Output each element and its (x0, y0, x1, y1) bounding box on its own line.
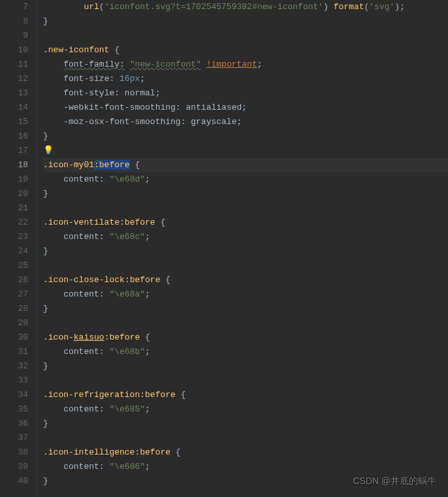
code-token: :before (125, 275, 161, 285)
code-token: normal (125, 88, 155, 98)
line-number: 8 (0, 14, 28, 29)
code-line[interactable] (43, 431, 448, 445)
line-number: 11 (0, 57, 28, 72)
code-token: } (43, 476, 48, 486)
code-token: .icon-ventilate (43, 217, 120, 227)
code-token: 'svg' (369, 2, 394, 12)
code-token: .icon- (43, 332, 74, 342)
code-token: 'iconfont.svg?t=1702545759392#new-iconfo… (104, 2, 323, 12)
code-token: .icon-my01 (43, 160, 94, 170)
code-line[interactable]: } (43, 14, 448, 29)
code-token (201, 59, 206, 69)
line-number-gutter: 7891011121314151617181920212223242526272… (0, 0, 38, 497)
code-token: "\e68d" (109, 174, 145, 184)
code-token (43, 57, 63, 72)
code-token: { (176, 390, 186, 400)
code-line[interactable]: content: "\e68a"; (43, 287, 448, 302)
code-token: content (63, 232, 99, 242)
code-token: .icon-refrigeration (43, 390, 140, 400)
code-line[interactable]: font-style: normal; (43, 86, 448, 101)
code-line[interactable]: font-size: 16px; (43, 72, 448, 86)
code-line[interactable] (43, 29, 448, 43)
code-token: ; (242, 103, 247, 112)
code-token (43, 460, 63, 474)
code-token: font-size (63, 74, 109, 84)
code-line[interactable]: content: "\e685"; (43, 402, 448, 417)
code-token: { (155, 217, 166, 227)
code-area[interactable]: url('iconfont.svg?t=1702545759392#new-ic… (38, 0, 448, 497)
code-token (43, 72, 63, 86)
code-line[interactable]: content: "\e68c"; (43, 230, 448, 244)
code-line[interactable] (43, 316, 448, 330)
code-line[interactable]: .icon-my01:before { (43, 158, 448, 172)
code-token: ; (236, 117, 242, 127)
code-line[interactable]: } (43, 244, 448, 259)
code-token: ; (145, 347, 150, 357)
code-line[interactable]: content: "\e686"; (43, 460, 448, 474)
code-token: { (140, 332, 150, 342)
lightbulb-icon[interactable]: 💡 (43, 146, 54, 155)
code-token: kaisuo (74, 332, 104, 342)
code-line[interactable]: } (43, 417, 448, 431)
code-token: :before (94, 160, 130, 170)
code-line[interactable]: 💡 (43, 144, 448, 158)
code-line[interactable]: } (43, 359, 448, 374)
code-line[interactable]: } (43, 129, 448, 144)
code-token: { (170, 447, 181, 457)
code-token: } (43, 304, 48, 313)
code-token: "\e685" (109, 404, 145, 414)
code-token: content (63, 404, 99, 414)
code-editor[interactable]: 7891011121314151617181920212223242526272… (0, 0, 448, 497)
code-token (43, 115, 63, 129)
code-token: content (63, 174, 99, 184)
code-line[interactable]: .new-iconfont { (43, 43, 448, 57)
code-token: : (99, 289, 110, 299)
code-token (43, 287, 63, 302)
code-token: font-style (63, 88, 114, 98)
code-line[interactable]: content: "\e68d"; (43, 172, 448, 187)
code-line[interactable]: .icon-intelligence:before { (43, 445, 448, 460)
code-line[interactable]: .icon-refrigeration:before { (43, 388, 448, 402)
code-token: } (43, 189, 48, 199)
code-token: } (43, 419, 48, 428)
code-token (43, 345, 63, 359)
line-number: 35 (0, 402, 28, 417)
code-line[interactable] (43, 374, 448, 388)
line-number: 21 (0, 201, 28, 216)
code-token: content (63, 462, 99, 472)
code-line[interactable] (43, 259, 448, 273)
code-line[interactable]: url('iconfont.svg?t=1702545759392#new-ic… (43, 0, 448, 14)
code-line[interactable]: .icon-kaisuo:before { (43, 330, 448, 345)
code-token: { (114, 45, 120, 55)
code-token: ) (323, 2, 334, 12)
code-line[interactable]: } (43, 302, 448, 316)
code-token: ; (140, 74, 145, 84)
line-number: 16 (0, 129, 28, 144)
code-line[interactable]: content: "\e68b"; (43, 345, 448, 359)
line-number: 36 (0, 417, 28, 431)
code-line[interactable]: .icon-ventilate:before { (43, 216, 448, 230)
line-number: 20 (0, 187, 28, 201)
code-token: .new-iconfont (43, 45, 114, 55)
code-line[interactable]: .icon-close-lock:before { (43, 273, 448, 287)
line-number: 29 (0, 316, 28, 330)
code-line[interactable]: } (43, 187, 448, 201)
code-line[interactable]: -moz-osx-font-smoothing: grayscale; (43, 115, 448, 129)
code-line[interactable]: font-family: "new-iconfont" !important; (43, 57, 448, 72)
code-token (43, 402, 63, 417)
line-number: 13 (0, 86, 28, 101)
code-token: { (130, 160, 140, 170)
code-line[interactable] (43, 201, 448, 216)
code-token (43, 86, 63, 101)
code-token: ; (145, 289, 150, 299)
code-token: } (43, 361, 48, 371)
line-number: 15 (0, 115, 28, 129)
code-token (125, 59, 130, 69)
code-token (43, 101, 63, 115)
code-token: : (176, 103, 186, 112)
code-line[interactable]: -webkit-font-smoothing: antialiased; (43, 101, 448, 115)
watermark-text: CSDN @井底的蜗牛 (353, 473, 436, 488)
code-token: :before (135, 447, 170, 457)
code-token: ; (145, 404, 150, 414)
line-number: 19 (0, 172, 28, 187)
